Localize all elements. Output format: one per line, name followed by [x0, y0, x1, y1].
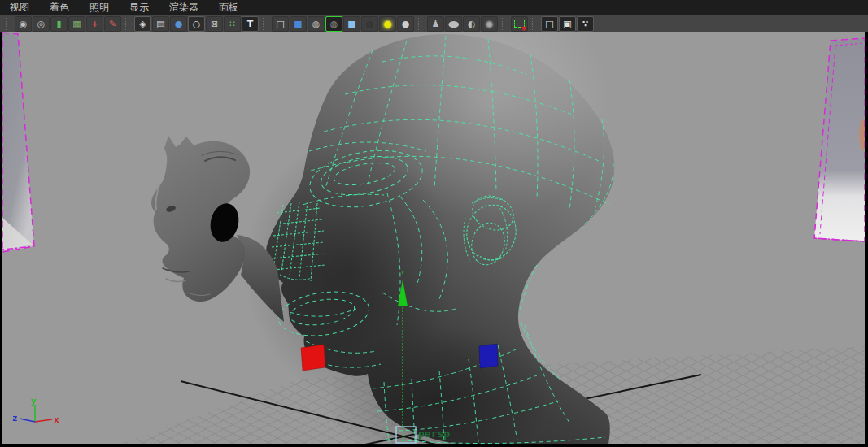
- toolbar-separator: [6, 18, 12, 30]
- no-texture-icon[interactable]: ⊠: [206, 16, 223, 32]
- share-view-icon[interactable]: ∵: [577, 16, 594, 32]
- toolbar-separator: [502, 18, 508, 30]
- shaded-display-icon[interactable]: ●: [170, 16, 187, 32]
- checker-sphere-icon[interactable]: ◍: [361, 16, 378, 32]
- axis-x-label: x: [54, 414, 59, 425]
- uv-dots-icon[interactable]: ∷: [224, 16, 241, 32]
- default-material-icon[interactable]: ○: [188, 16, 205, 32]
- red-plane-marker[interactable]: [301, 345, 325, 371]
- toolbar-separator: [418, 18, 425, 30]
- textured-cube-icon[interactable]: ■: [343, 16, 360, 32]
- wire-cube-icon[interactable]: □: [272, 16, 289, 32]
- toolbar-separator: [125, 18, 132, 30]
- snapshot-cube-icon[interactable]: □: [541, 16, 558, 32]
- isolate-select-icon[interactable]: ◍: [325, 16, 342, 32]
- bookmark-icon[interactable]: ▮: [50, 16, 68, 32]
- bust-display-icon[interactable]: ♟: [427, 16, 444, 32]
- wireframe-display-icon[interactable]: ◈: [134, 16, 151, 32]
- viewport-menu-bar: 视图 着色 照明 显示 渲染器 面板: [0, 0, 868, 15]
- default-light-icon[interactable]: ●: [379, 16, 396, 32]
- menu-renderer[interactable]: 渲染器: [169, 0, 209, 15]
- menu-panels[interactable]: 面板: [219, 0, 249, 15]
- axis-y-label: y: [31, 396, 37, 406]
- viewport-toolbar: ◉ ◎ ▮ ▦ + ✎ ◈ ▤ ● ○ ⊠ ∷ T □ ■ ◍ ◍ ■ ◍ ● …: [0, 15, 868, 32]
- soft-shade-icon[interactable]: ●: [481, 16, 498, 32]
- menu-show[interactable]: 显示: [129, 0, 159, 15]
- menu-lighting[interactable]: 照明: [89, 0, 120, 15]
- zoom-region-icon[interactable]: +: [86, 16, 103, 32]
- perspective-viewport[interactable]: persp y z x: [2, 32, 865, 444]
- ellipse-shade-icon[interactable]: ●: [445, 16, 462, 32]
- grease-pencil-icon[interactable]: ✎: [104, 16, 121, 32]
- scene-light-icon[interactable]: ●: [397, 16, 414, 32]
- blue-plane-marker[interactable]: [479, 344, 498, 368]
- toolbar-separator: [532, 18, 539, 30]
- xray-display-icon[interactable]: ◍: [308, 16, 325, 32]
- camera-attributes-icon[interactable]: ◎: [33, 16, 50, 32]
- hud-text-icon[interactable]: T: [242, 16, 259, 32]
- menu-view[interactable]: 视图: [10, 0, 40, 15]
- image-plane-icon[interactable]: ▦: [68, 16, 85, 32]
- camera-name-label: persp: [418, 427, 450, 440]
- solid-cube-icon[interactable]: ■: [290, 16, 307, 32]
- overlap-view-icon[interactable]: ▣: [559, 16, 576, 32]
- marquee-select-icon[interactable]: [511, 16, 528, 32]
- menu-shading[interactable]: 着色: [50, 0, 80, 15]
- half-shade-icon[interactable]: ◐: [463, 16, 480, 32]
- toolbar-separator: [263, 18, 269, 30]
- axis-z-label: z: [12, 413, 18, 423]
- film-gate-icon[interactable]: ▤: [152, 16, 169, 32]
- camera-pan-zoom-icon[interactable]: ◉: [15, 16, 32, 32]
